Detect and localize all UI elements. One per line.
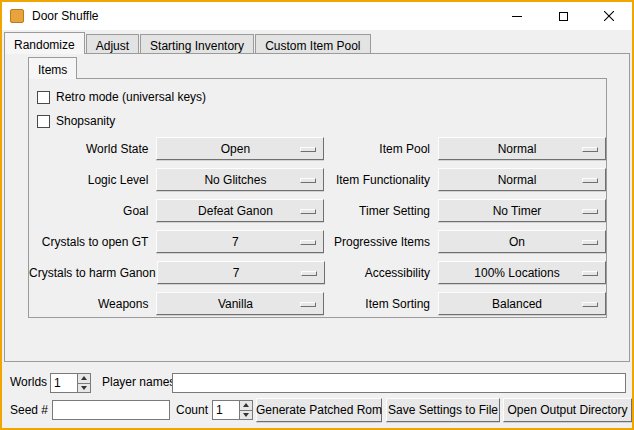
- worlds-spin-down-button[interactable]: [77, 384, 91, 394]
- window-title: Door Shuffle: [32, 9, 99, 23]
- titlebar[interactable]: Door Shuffle: [2, 2, 632, 30]
- timer-setting-label: Timer Setting: [328, 204, 430, 218]
- dropdown-indicator-icon: [300, 147, 316, 152]
- accessibility-dropdown[interactable]: 100% Locations: [438, 261, 606, 284]
- field-row: Crystals to open GT 7 Progressive Items …: [29, 226, 606, 257]
- dropdown-indicator-icon: [300, 178, 316, 183]
- open-output-directory-button[interactable]: Open Output Directory: [503, 398, 632, 422]
- item-sorting-dropdown[interactable]: Balanced: [438, 292, 606, 315]
- crystals-ganon-value: 7: [233, 266, 240, 280]
- shopsanity-label: Shopsanity: [56, 114, 115, 128]
- shopsanity-checkbox[interactable]: [37, 115, 50, 128]
- app-icon: [10, 9, 24, 23]
- count-spin-up-button[interactable]: [239, 400, 253, 411]
- progressive-items-label: Progressive Items: [328, 235, 430, 249]
- dropdown-indicator-icon: [582, 302, 598, 307]
- progressive-items-value: On: [509, 235, 525, 249]
- item-sorting-label: Item Sorting: [328, 297, 430, 311]
- dropdown-indicator-icon: [582, 271, 598, 276]
- goal-value: Defeat Ganon: [198, 204, 273, 218]
- goal-label: Goal: [29, 204, 148, 218]
- item-functionality-dropdown[interactable]: Normal: [438, 168, 606, 191]
- logic-level-value: No Glitches: [204, 173, 266, 187]
- dropdown-indicator-icon: [300, 209, 316, 214]
- minimize-button[interactable]: [494, 2, 540, 30]
- seed-label: Seed #: [10, 400, 48, 420]
- crystals-gt-label: Crystals to open GT: [29, 235, 148, 249]
- logic-level-dropdown[interactable]: No Glitches: [156, 168, 324, 191]
- tab-adjust[interactable]: Adjust: [86, 34, 139, 54]
- arrow-down-icon: [81, 386, 87, 390]
- worlds-spin-up-button[interactable]: [77, 373, 91, 384]
- generate-patched-rom-button[interactable]: Generate Patched Rom: [256, 398, 382, 422]
- field-row: Weapons Vanilla Item Sorting Balanced: [29, 288, 606, 319]
- field-row: Crystals to harm Ganon 7 Accessibility 1…: [29, 257, 606, 288]
- arrow-up-icon: [81, 376, 87, 380]
- field-row: Logic Level No Glitches Item Functionali…: [29, 164, 606, 195]
- dropdown-indicator-icon: [300, 302, 316, 307]
- worlds-spinbox: [50, 373, 91, 393]
- count-input[interactable]: [212, 400, 239, 420]
- dropdown-indicator-icon: [582, 147, 598, 152]
- item-pool-dropdown[interactable]: Normal: [438, 137, 606, 160]
- accessibility-value: 100% Locations: [474, 266, 559, 280]
- bottom-row-1: Worlds Player names: [6, 372, 628, 394]
- dropdown-indicator-icon: [301, 271, 317, 276]
- weapons-value: Vanilla: [218, 297, 253, 311]
- world-state-label: World State: [29, 142, 148, 156]
- item-sorting-value: Balanced: [492, 297, 542, 311]
- accessibility-label: Accessibility: [329, 266, 430, 280]
- player-names-label: Player names: [102, 372, 175, 392]
- crystals-ganon-label: Crystals to harm Ganon: [29, 266, 149, 280]
- worlds-input[interactable]: [50, 373, 77, 393]
- field-row: World State Open Item Pool Normal: [29, 133, 606, 164]
- maximize-icon: [559, 12, 568, 21]
- progressive-items-dropdown[interactable]: On: [438, 230, 606, 253]
- retro-mode-row: Retro mode (universal keys): [29, 85, 606, 109]
- arrow-up-icon: [243, 403, 249, 407]
- weapons-dropdown[interactable]: Vanilla: [156, 292, 324, 315]
- shopsanity-row: Shopsanity: [29, 109, 606, 133]
- arrow-down-icon: [243, 413, 249, 417]
- crystals-gt-dropdown[interactable]: 7: [156, 230, 324, 253]
- maximize-button[interactable]: [540, 2, 586, 30]
- weapons-label: Weapons: [29, 297, 148, 311]
- logic-level-label: Logic Level: [29, 173, 148, 187]
- item-pool-value: Normal: [498, 142, 537, 156]
- tab-randomize[interactable]: Randomize: [4, 32, 85, 54]
- count-spin-down-button[interactable]: [239, 411, 253, 421]
- count-label: Count: [176, 400, 208, 420]
- save-settings-button[interactable]: Save Settings to File: [386, 398, 500, 422]
- world-state-dropdown[interactable]: Open: [156, 137, 324, 160]
- timer-setting-value: No Timer: [493, 204, 542, 218]
- crystals-gt-value: 7: [232, 235, 239, 249]
- item-functionality-label: Item Functionality: [328, 173, 430, 187]
- seed-input[interactable]: [52, 400, 170, 420]
- items-tab-panel: Retro mode (universal keys) Shopsanity W…: [28, 78, 607, 318]
- tab-items[interactable]: Items: [28, 57, 77, 79]
- close-button[interactable]: [586, 2, 632, 30]
- dropdown-indicator-icon: [300, 240, 316, 245]
- close-icon: [604, 11, 614, 21]
- dropdown-indicator-icon: [582, 209, 598, 214]
- count-spinbox: [212, 400, 253, 420]
- goal-dropdown[interactable]: Defeat Ganon: [156, 199, 324, 222]
- bottom-row-2: Seed # Count Generate Patched Rom Save S…: [6, 398, 628, 422]
- window: Door Shuffle Randomize Adjust Starting I…: [0, 0, 634, 430]
- tab-custom-item-pool[interactable]: Custom Item Pool: [255, 34, 370, 54]
- world-state-value: Open: [221, 142, 250, 156]
- dropdown-indicator-icon: [582, 240, 598, 245]
- crystals-ganon-dropdown[interactable]: 7: [157, 261, 325, 284]
- primary-tab-bar: Randomize Adjust Starting Inventory Cust…: [4, 32, 372, 54]
- timer-setting-dropdown[interactable]: No Timer: [438, 199, 606, 222]
- retro-mode-label: Retro mode (universal keys): [56, 90, 206, 104]
- item-functionality-value: Normal: [498, 173, 537, 187]
- retro-mode-checkbox[interactable]: [37, 91, 50, 104]
- field-row: Goal Defeat Ganon Timer Setting No Timer: [29, 195, 606, 226]
- dropdown-indicator-icon: [582, 178, 598, 183]
- player-names-input[interactable]: [172, 373, 626, 393]
- tab-starting-inventory[interactable]: Starting Inventory: [140, 34, 254, 54]
- minimize-icon: [512, 16, 522, 17]
- item-pool-label: Item Pool: [328, 142, 430, 156]
- worlds-label: Worlds: [10, 372, 47, 392]
